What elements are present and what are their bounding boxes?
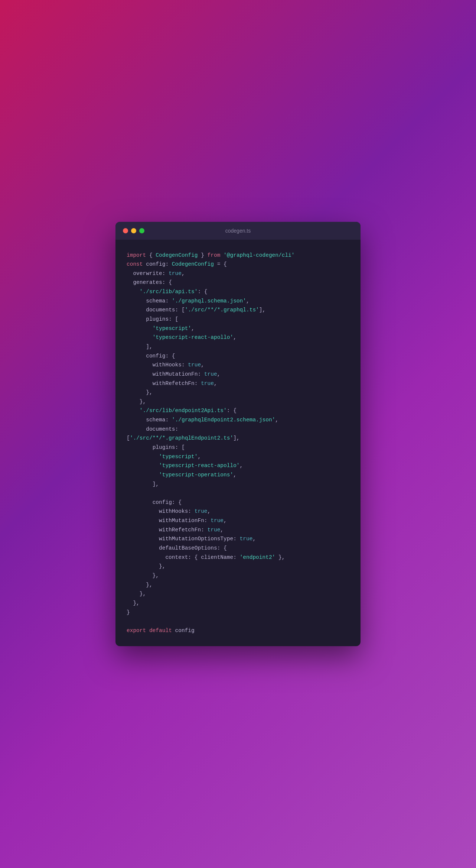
close-button[interactable] [123,228,128,233]
minimize-button[interactable] [131,228,136,233]
traffic-lights [123,228,144,233]
maximize-button[interactable] [139,228,144,233]
code-editor: import { CodegenConfig } from '@graphql-… [115,240,361,647]
window-title: codegen.ts [225,228,251,234]
titlebar: codegen.ts [115,222,361,240]
code-window: codegen.ts import { CodegenConfig } from… [115,222,361,647]
